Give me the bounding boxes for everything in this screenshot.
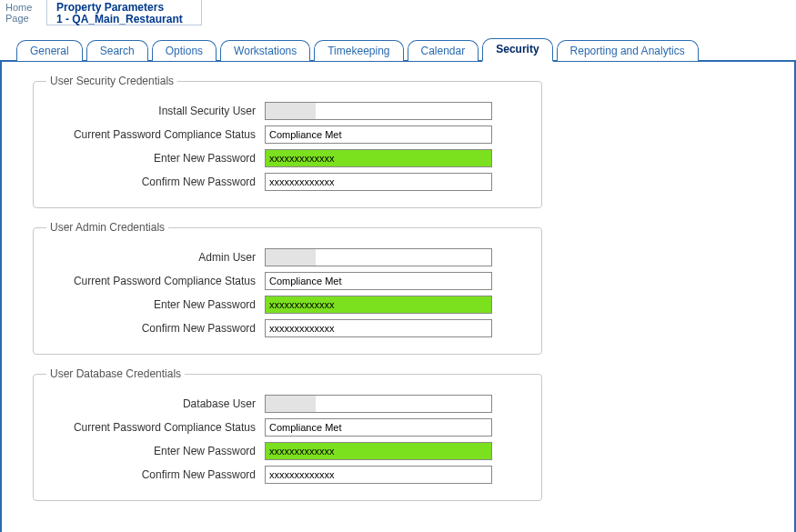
- compliance-label: Current Password Compliance Status: [46, 128, 265, 141]
- compliance-label: Current Password Compliance Status: [46, 421, 265, 434]
- compliance-status-field: [265, 418, 492, 437]
- compliance-status-field: [265, 125, 492, 144]
- admin-user-label: Admin User: [46, 251, 265, 264]
- header-bar: Home Page Property Parameters 1 - QA_Mai…: [0, 0, 796, 25]
- group-legend: User Database Credentials: [46, 367, 185, 380]
- compliance-label: Current Password Compliance Status: [46, 275, 265, 287]
- tab-general[interactable]: General: [16, 40, 83, 61]
- home-line1: Home: [5, 2, 41, 13]
- tab-calendar[interactable]: Calendar: [408, 40, 479, 61]
- database-user-field[interactable]: [265, 395, 492, 413]
- group-database-credentials: User Database Credentials Database User …: [33, 367, 542, 501]
- install-user-value: [266, 103, 316, 119]
- tab-content-security: User Security Credentials Install Securi…: [0, 62, 796, 532]
- confirm-pw-label: Confirm New Password: [46, 176, 265, 188]
- group-admin-credentials: User Admin Credentials Admin User Curren…: [33, 221, 542, 355]
- new-pw-label: Enter New Password: [46, 445, 265, 457]
- home-line2: Page: [5, 13, 41, 24]
- compliance-status-field: [265, 272, 492, 290]
- new-password-input[interactable]: [265, 149, 492, 167]
- tab-workstations[interactable]: Workstations: [220, 40, 310, 61]
- admin-user-field[interactable]: [265, 248, 492, 266]
- confirm-password-input[interactable]: [265, 173, 492, 191]
- title-block: Property Parameters 1 - QA_Main_Restaura…: [47, 0, 202, 25]
- title-line2: 1 - QA_Main_Restaurant: [56, 14, 192, 25]
- confirm-pw-label: Confirm New Password: [46, 322, 265, 335]
- confirm-pw-label: Confirm New Password: [46, 468, 265, 481]
- database-user-value: [266, 396, 316, 412]
- install-user-label: Install Security User: [46, 105, 265, 117]
- confirm-password-input[interactable]: [265, 466, 492, 484]
- tab-strip: General Search Options Workstations Time…: [0, 25, 796, 62]
- tab-security[interactable]: Security: [482, 38, 552, 62]
- install-user-field[interactable]: [265, 102, 492, 120]
- group-security-credentials: User Security Credentials Install Securi…: [33, 75, 542, 208]
- new-password-input[interactable]: [265, 296, 492, 314]
- app-window: Home Page Property Parameters 1 - QA_Mai…: [0, 0, 796, 532]
- new-pw-label: Enter New Password: [46, 298, 265, 311]
- group-legend: User Security Credentials: [46, 75, 177, 87]
- home-page-link[interactable]: Home Page: [0, 0, 47, 25]
- new-password-input[interactable]: [265, 442, 492, 460]
- confirm-password-input[interactable]: [265, 319, 492, 337]
- tab-reporting[interactable]: Reporting and Analytics: [557, 40, 699, 61]
- new-pw-label: Enter New Password: [46, 152, 265, 165]
- admin-user-value: [266, 249, 316, 266]
- group-legend: User Admin Credentials: [46, 221, 168, 234]
- database-user-label: Database User: [46, 397, 265, 410]
- tab-timekeeping[interactable]: Timekeeping: [314, 40, 403, 61]
- tab-options[interactable]: Options: [152, 40, 217, 61]
- tab-search[interactable]: Search: [86, 40, 148, 61]
